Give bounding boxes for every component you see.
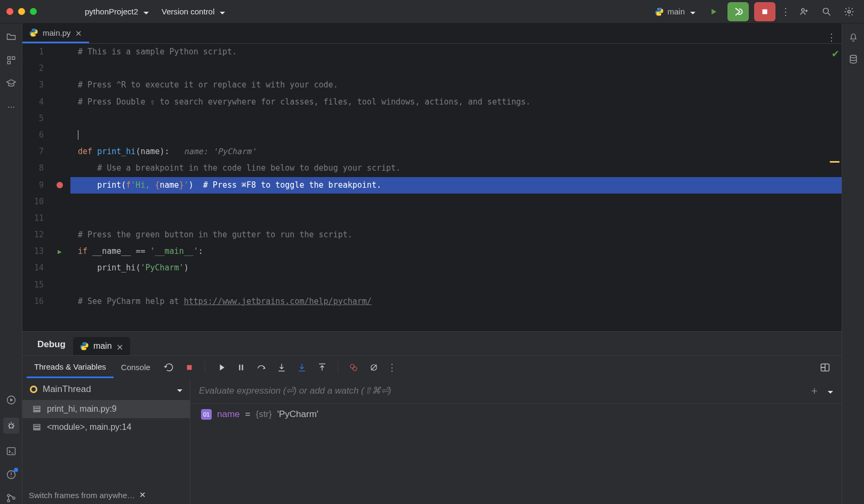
code-line[interactable]: print_hi('PyCharm') — [70, 260, 842, 276]
mute-breakpoints-icon[interactable] — [367, 361, 381, 374]
pause-program-icon[interactable] — [234, 361, 248, 374]
line-number: 16 — [22, 293, 44, 310]
line-number: 6 — [22, 127, 44, 143]
line-number: 10 — [22, 194, 44, 210]
settings-icon[interactable] — [841, 3, 858, 20]
view-breakpoints-icon[interactable] — [347, 361, 361, 374]
run-tool-icon[interactable] — [5, 394, 17, 406]
notifications-icon[interactable] — [847, 31, 859, 43]
project-tool-icon[interactable] — [5, 31, 17, 43]
maximize-window-button[interactable] — [30, 8, 37, 15]
resume-program-icon[interactable] — [214, 361, 228, 374]
line-number: 8 — [22, 160, 44, 177]
code-line[interactable]: # See PyCharm help at https://www.jetbra… — [70, 293, 842, 310]
line-number: 12 — [22, 227, 44, 243]
close-debug-tab-icon[interactable]: ✕ — [116, 342, 124, 350]
variable-value: 'PyCharm' — [277, 409, 318, 420]
stack-frame-row[interactable]: <module>, main.py:14 — [22, 418, 190, 436]
close-window-button[interactable] — [6, 8, 13, 15]
run-config-name: main — [667, 7, 685, 16]
code-with-me-icon[interactable] — [796, 3, 813, 20]
editor-tabs-more-icon[interactable]: ⋮ — [827, 31, 836, 43]
more-actions-button[interactable]: ⋮ — [781, 6, 790, 18]
vcs-tool-icon[interactable] — [5, 492, 17, 504]
debug-more-icon[interactable]: ⋮ — [387, 362, 397, 373]
chevron-down-icon[interactable] — [826, 387, 833, 395]
rerun-debug-icon[interactable] — [162, 361, 176, 374]
title-bar: pythonProject2 Version control main ⋮ — [0, 0, 864, 23]
warning-stripe[interactable] — [830, 161, 839, 163]
structure-tool-icon[interactable] — [5, 54, 17, 66]
thread-selector[interactable]: MainThread — [22, 379, 190, 400]
code-line[interactable]: # Press Double ⇧ to search everywhere fo… — [70, 94, 842, 110]
minimize-window-button[interactable] — [18, 8, 25, 15]
problems-tool-icon[interactable] — [5, 469, 17, 481]
project-selector[interactable]: pythonProject2 — [85, 7, 149, 16]
code-line[interactable] — [70, 110, 842, 127]
inspection-ok-icon[interactable]: ✔ — [831, 48, 839, 60]
debug-panel: Debug main ✕ Threads & Variables Console — [22, 331, 842, 504]
vcs-label: Version control — [162, 7, 214, 16]
stack-frame-row[interactable]: print_hi, main.py:9 — [22, 400, 190, 418]
rerun-button[interactable] — [727, 2, 749, 21]
code-line[interactable] — [70, 127, 842, 143]
debug-panel-title: Debug — [30, 334, 73, 355]
code-line[interactable] — [70, 277, 842, 293]
debug-tool-icon[interactable] — [3, 418, 19, 434]
svg-point-29 — [850, 55, 857, 58]
line-number: 5 — [22, 110, 44, 127]
stack-frame-label: print_hi, main.py:9 — [47, 404, 117, 414]
code-line[interactable]: # Press the green button in the gutter t… — [70, 227, 842, 243]
stop-debug-icon[interactable] — [182, 361, 196, 374]
stop-button[interactable] — [754, 2, 775, 21]
vcs-selector[interactable]: Version control — [162, 7, 225, 16]
add-watch-icon[interactable] — [807, 384, 821, 398]
learn-tool-icon[interactable] — [5, 78, 17, 90]
breakpoint-icon[interactable] — [57, 182, 63, 188]
code-line[interactable] — [70, 210, 842, 227]
more-tools-icon[interactable]: ⋯ — [5, 101, 17, 113]
step-out-icon[interactable] — [315, 361, 329, 374]
database-icon[interactable] — [847, 53, 859, 65]
variables-panel: 01 name = {str} 'PyCharm' — [190, 379, 842, 504]
svg-rect-11 — [7, 447, 15, 454]
svg-rect-16 — [187, 365, 191, 370]
threads-variables-tab[interactable]: Threads & Variables — [27, 357, 114, 378]
code-line[interactable]: # Press ^R to execute it or replace it w… — [70, 77, 842, 93]
equals-sign: = — [245, 409, 251, 420]
debug-run-tab[interactable]: main ✕ — [73, 337, 130, 355]
run-button[interactable] — [705, 3, 722, 20]
run-gutter-icon[interactable]: ▶ — [58, 247, 62, 255]
code-line[interactable] — [70, 194, 842, 210]
code-line[interactable]: if __name__ == '__main__': — [70, 243, 842, 260]
layout-settings-icon[interactable] — [818, 361, 832, 374]
variable-row[interactable]: 01 name = {str} 'PyCharm' — [190, 404, 842, 425]
step-into-icon[interactable] — [275, 361, 289, 374]
variable-type: {str} — [255, 409, 271, 420]
code-line[interactable] — [70, 60, 842, 77]
code-line[interactable]: print(f'Hi, {name}') # Press ⌘F8 to togg… — [70, 177, 842, 194]
svg-rect-6 — [7, 57, 10, 59]
editor-tab-main[interactable]: main.py ✕ — [22, 23, 89, 43]
editor-tab-bar: main.py ✕ ⋮ — [22, 23, 842, 44]
project-name-label: pythonProject2 — [85, 7, 138, 16]
code-line[interactable]: def print_hi(name): name: 'PyCharm' — [70, 143, 842, 160]
stack-frame-icon — [32, 404, 42, 414]
step-into-my-code-icon[interactable] — [295, 361, 309, 374]
step-over-icon[interactable] — [254, 361, 268, 374]
search-everywhere-icon[interactable] — [818, 3, 835, 20]
evaluate-expression-input[interactable] — [199, 386, 807, 396]
code-line[interactable]: # This is a sample Python script. — [70, 44, 842, 60]
code-line[interactable]: # Use a breakpoint in the code line belo… — [70, 160, 842, 177]
close-hint-icon[interactable]: ✕ — [139, 490, 146, 500]
terminal-tool-icon[interactable] — [5, 445, 17, 457]
frames-hint-label: Switch frames from anywhe… — [29, 491, 135, 500]
code-editor[interactable]: 12345678910111213141516 ▶ # This is a sa… — [22, 44, 842, 331]
thread-name: MainThread — [43, 384, 91, 395]
window-controls — [6, 8, 37, 15]
editor-gutter: 12345678910111213141516 ▶ — [22, 44, 70, 331]
run-configuration-selector[interactable]: main — [650, 5, 700, 19]
svg-rect-2 — [763, 9, 767, 14]
console-tab[interactable]: Console — [114, 357, 158, 377]
close-tab-icon[interactable]: ✕ — [75, 29, 83, 36]
